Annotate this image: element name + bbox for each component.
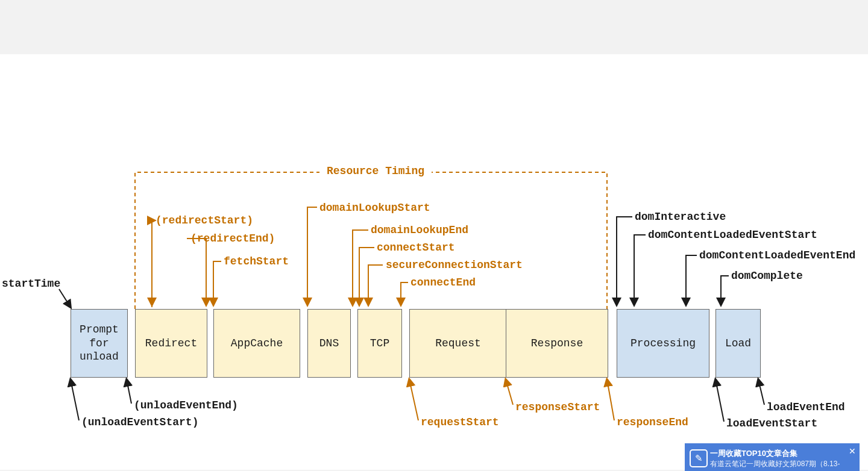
close-icon[interactable]: ✕ [849, 446, 856, 457]
toast-title: 一周收藏TOP10文章合集 [710, 448, 843, 459]
diagram-page: Prompt for unload Redirect AppCache DNS … [0, 54, 868, 470]
diagram-canvas: Prompt for unload Redirect AppCache DNS … [0, 108, 868, 434]
arrows [0, 108, 868, 434]
notification-toast[interactable]: ✎ ✕ 一周收藏TOP10文章合集 有道云笔记一周收藏好文第087期（8.13- [685, 443, 860, 470]
toast-sub: 有道云笔记一周收藏好文第087期（8.13- [710, 459, 843, 469]
note-icon: ✎ [690, 449, 708, 467]
